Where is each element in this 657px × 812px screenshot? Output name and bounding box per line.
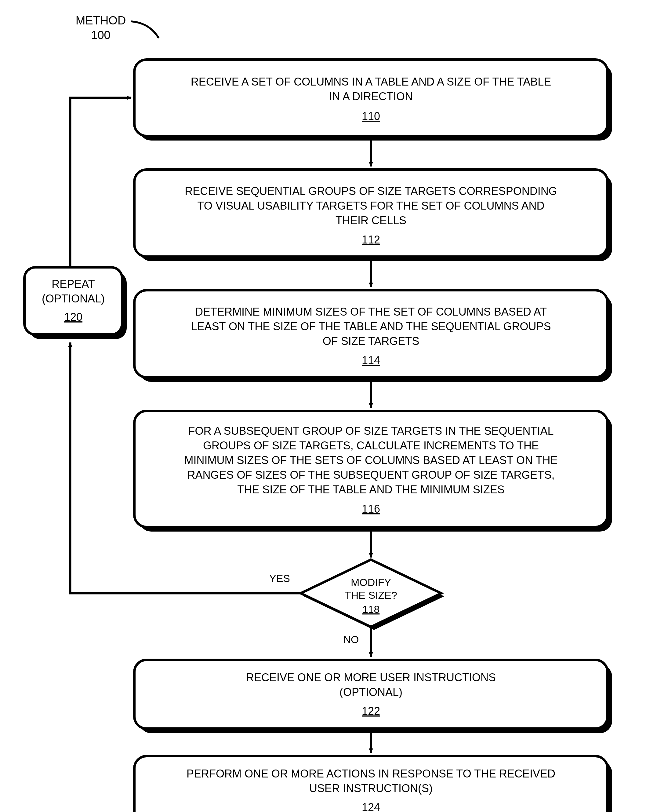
title-number: 100 xyxy=(91,29,110,42)
svg-text:PERFORM ONE OR MORE ACTIONS IN: PERFORM ONE OR MORE ACTIONS IN RESPONSE … xyxy=(187,767,555,780)
ref-116: 116 xyxy=(362,503,380,515)
svg-text:REPEAT: REPEAT xyxy=(51,278,95,290)
svg-text:OF SIZE TARGETS: OF SIZE TARGETS xyxy=(323,335,419,347)
decision-no-label: NO xyxy=(344,634,359,645)
ref-120: 120 xyxy=(64,311,83,323)
svg-text:MINIMUM SIZES OF THE SETS OF C: MINIMUM SIZES OF THE SETS OF COLUMNS BAS… xyxy=(184,454,558,467)
svg-text:FOR A SUBSEQUENT GROUP OF SIZE: FOR A SUBSEQUENT GROUP OF SIZE TARGETS I… xyxy=(188,425,554,437)
ref-124: 124 xyxy=(362,801,380,812)
title-method-text: METHOD xyxy=(76,14,126,27)
step-120: REPEAT (OPTIONAL) 120 xyxy=(25,267,127,339)
svg-text:(OPTIONAL): (OPTIONAL) xyxy=(42,292,105,305)
step-112: RECEIVE SEQUENTIAL GROUPS OF SIZE TARGET… xyxy=(134,170,612,261)
svg-text:(OPTIONAL): (OPTIONAL) xyxy=(339,686,402,698)
svg-text:DETERMINE MINIMUM SIZES OF THE: DETERMINE MINIMUM SIZES OF THE SET OF CO… xyxy=(195,306,547,318)
step-114: DETERMINE MINIMUM SIZES OF THE SET OF CO… xyxy=(134,290,612,382)
svg-text:MODIFY: MODIFY xyxy=(351,576,391,588)
decision-yes-label: YES xyxy=(269,573,290,584)
step-110: RECEIVE A SET OF COLUMNS IN A TABLE AND … xyxy=(134,59,612,141)
step-122: RECEIVE ONE OR MORE USER INSTRUCTIONS (O… xyxy=(134,660,612,733)
svg-text:RECEIVE SEQUENTIAL GROUPS OF S: RECEIVE SEQUENTIAL GROUPS OF SIZE TARGET… xyxy=(185,185,557,197)
svg-text:THE SIZE OF THE TABLE AND THE : THE SIZE OF THE TABLE AND THE MINIMUM SI… xyxy=(237,483,504,496)
svg-text:GROUPS OF SIZE TARGETS, CALCUL: GROUPS OF SIZE TARGETS, CALCULATE INCREM… xyxy=(203,439,539,452)
ref-122: 122 xyxy=(362,705,380,717)
svg-text:RECEIVE ONE OR MORE USER INSTR: RECEIVE ONE OR MORE USER INSTRUCTIONS xyxy=(246,671,496,684)
title-leader-line xyxy=(131,21,159,38)
ref-114: 114 xyxy=(362,354,380,367)
step-116: FOR A SUBSEQUENT GROUP OF SIZE TARGETS I… xyxy=(134,411,612,532)
arrow-120-to-110 xyxy=(70,98,131,267)
ref-118: 118 xyxy=(363,603,380,615)
decision-118: MODIFY THE SIZE? 118 xyxy=(301,560,444,630)
svg-text:RECEIVE A SET OF COLUMNS IN A : RECEIVE A SET OF COLUMNS IN A TABLE AND … xyxy=(191,75,551,88)
ref-110: 110 xyxy=(362,110,380,122)
svg-text:LEAST ON THE SIZE OF THE TABLE: LEAST ON THE SIZE OF THE TABLE AND THE S… xyxy=(191,320,551,333)
svg-text:THEIR CELLS: THEIR CELLS xyxy=(336,214,406,227)
svg-text:RANGES OF SIZES OF THE SUBSEQU: RANGES OF SIZES OF THE SUBSEQUENT GROUP … xyxy=(187,468,555,481)
svg-text:IN A DIRECTION: IN A DIRECTION xyxy=(329,90,413,103)
svg-text:THE SIZE?: THE SIZE? xyxy=(345,589,397,601)
ref-112: 112 xyxy=(362,233,380,246)
title-label: METHOD 100 xyxy=(76,14,159,42)
step-124: PERFORM ONE OR MORE ACTIONS IN RESPONSE … xyxy=(134,756,612,812)
svg-text:USER INSTRUCTION(S): USER INSTRUCTION(S) xyxy=(309,782,433,795)
svg-text:TO VISUAL USABILITY TARGETS FO: TO VISUAL USABILITY TARGETS FOR THE SET … xyxy=(198,200,545,212)
